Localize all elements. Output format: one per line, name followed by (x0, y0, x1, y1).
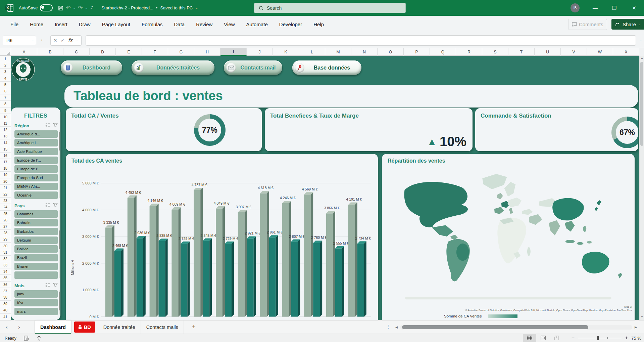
row-header-37[interactable]: 37 (0, 288, 11, 294)
row-header-30[interactable]: 30 (0, 243, 11, 249)
slicer-scrollbar-thumb[interactable] (59, 230, 60, 249)
sheet-tab-bd[interactable]: BD (74, 322, 95, 333)
ribbon-tab-formulas[interactable]: Formulas (142, 22, 163, 27)
row-header-2[interactable]: 2 (0, 62, 11, 69)
column-header-t[interactable]: T (508, 48, 535, 56)
column-header-u[interactable]: U (535, 48, 561, 56)
insert-function-icon[interactable]: fx (68, 37, 72, 43)
row-header-1[interactable]: 1 (0, 56, 11, 62)
column-header-h[interactable]: H (194, 48, 220, 56)
document-title[interactable]: Starbuckhv-2 - Protected... • Saved to t… (101, 5, 198, 10)
row-header-21[interactable]: 21 (0, 185, 11, 191)
formula-input[interactable] (86, 35, 636, 46)
horizontal-scrollbar[interactable]: ◀ ▶ (395, 325, 637, 330)
row-header-33[interactable]: 33 (0, 262, 11, 268)
undo-icon[interactable]: ↶ (65, 4, 71, 11)
nav-button-base-donn-es[interactable]: Base données (292, 60, 361, 75)
scroll-down-icon[interactable]: ▼ (640, 315, 644, 319)
ribbon-tab-draw[interactable]: Draw (79, 22, 91, 27)
row-header-8[interactable]: 8 (0, 101, 11, 107)
column-header-b[interactable]: B (37, 48, 63, 56)
close-button[interactable]: ✕ (626, 0, 642, 16)
multi-select-icon[interactable] (45, 283, 51, 288)
nav-button-donn-es-trait-es[interactable]: Données traitées (132, 60, 214, 75)
normal-view-button[interactable] (523, 334, 536, 342)
slicer-item-belgium[interactable]: Belgium (14, 237, 58, 244)
row-header-36[interactable]: 36 (0, 282, 11, 288)
accessibility-checker-icon[interactable] (36, 336, 42, 341)
minimize-button[interactable]: — (587, 0, 603, 16)
ribbon-tab-insert[interactable]: Insert (55, 22, 67, 27)
ribbon-tab-developer[interactable]: Developer (279, 22, 302, 27)
row-header-6[interactable]: 6 (0, 88, 11, 94)
slicer-item-janv[interactable]: janv (14, 290, 58, 298)
scroll-up-icon[interactable]: ▲ (640, 56, 644, 60)
ribbon-tab-help[interactable]: Help (313, 22, 324, 27)
row-header-3[interactable]: 3 (0, 69, 11, 75)
slicer-item-oc-anie[interactable]: Océanie (14, 191, 58, 199)
row-header-7[interactable]: 7 (0, 94, 11, 101)
row-header-5[interactable]: 5 (0, 82, 11, 88)
expand-formula-bar-icon[interactable]: ⌄ (639, 39, 642, 42)
row-header-27[interactable]: 27 (0, 223, 11, 230)
ribbon-tab-page-layout[interactable]: Page Layout (102, 22, 130, 27)
column-header-g[interactable]: G (168, 48, 194, 56)
comments-button[interactable]: Comments (568, 19, 607, 30)
slicer-item-mars[interactable]: mars (14, 308, 58, 315)
vertical-scrollbar-thumb[interactable] (640, 62, 643, 146)
next-sheet-icon[interactable]: › (13, 324, 25, 330)
customize-qat-icon[interactable]: ⌄̄ (89, 6, 94, 10)
horizontal-scrollbar-thumb[interactable] (402, 325, 588, 329)
autosave-toggle[interactable] (40, 4, 53, 11)
clear-filter-icon[interactable] (53, 123, 58, 128)
column-header-a[interactable]: A (11, 48, 37, 56)
slicer-item-bahamas[interactable]: Bahamas (14, 210, 58, 218)
row-header-22[interactable]: 22 (0, 191, 11, 198)
row-header-18[interactable]: 18 (0, 165, 11, 172)
zoom-slider[interactable] (578, 338, 622, 338)
row-header-11[interactable]: 11 (0, 120, 11, 127)
column-header-i[interactable]: I (220, 48, 247, 56)
row-header-24[interactable]: 24 (0, 204, 11, 210)
slicer-item-f-vr[interactable]: févr (14, 299, 58, 306)
share-button[interactable]: Share ⌄ (611, 19, 644, 30)
column-header-o[interactable]: O (378, 48, 404, 56)
column-header-x[interactable]: X (613, 48, 639, 56)
row-header-9[interactable]: 9 (0, 108, 11, 114)
row-header-34[interactable]: 34 (0, 268, 11, 275)
ribbon-tab-data[interactable]: Data (174, 22, 185, 27)
clear-filter-icon[interactable] (53, 283, 58, 288)
column-header-j[interactable]: J (247, 48, 273, 56)
column-header-f[interactable]: F (142, 48, 168, 56)
zoom-level-label[interactable]: 75 % (631, 336, 641, 341)
nav-button-contacts-mail[interactable]: Contacts mail (224, 60, 282, 75)
row-header-4[interactable]: 4 (0, 75, 11, 82)
zoom-slider-thumb[interactable] (597, 336, 599, 340)
macro-record-icon[interactable] (24, 336, 29, 341)
column-header-d[interactable]: D (90, 48, 116, 56)
add-sheet-button[interactable]: + (192, 324, 196, 331)
row-header-14[interactable]: 14 (0, 139, 11, 146)
redo-icon[interactable]: ↷ (77, 4, 84, 11)
column-header-r[interactable]: R (456, 48, 482, 56)
sheet-tab-contacts-mails[interactable]: Contacts mails (141, 320, 184, 334)
excel-app-icon[interactable]: X (5, 3, 14, 12)
page-break-view-button[interactable] (550, 334, 563, 342)
zoom-in-icon[interactable]: + (625, 335, 628, 341)
row-header-15[interactable]: 15 (0, 146, 11, 153)
row-header-39[interactable]: 39 (0, 301, 11, 307)
save-icon[interactable] (58, 5, 63, 11)
slicer-item-bolivia[interactable]: Bolivia (14, 245, 58, 253)
column-header-q[interactable]: Q (430, 48, 456, 56)
slicer-item-mena-afri[interactable]: MENA / Afri... (14, 183, 58, 190)
ribbon-tab-view[interactable]: View (224, 22, 235, 27)
row-header-20[interactable]: 20 (0, 178, 11, 185)
slicer-item-brunei[interactable]: Brunei (14, 263, 58, 270)
tabbar-menu-icon[interactable]: ⋮ (386, 324, 391, 329)
slicer-item-brazil[interactable]: Brazil (14, 254, 58, 261)
slicer-item-am-rique-d[interactable]: Amérique d... (14, 130, 58, 138)
select-all-corner[interactable] (0, 48, 11, 56)
ribbon-tab-file[interactable]: File (10, 22, 18, 27)
row-header-17[interactable]: 17 (0, 159, 11, 165)
cancel-entry-icon[interactable]: ✕ (53, 38, 57, 43)
